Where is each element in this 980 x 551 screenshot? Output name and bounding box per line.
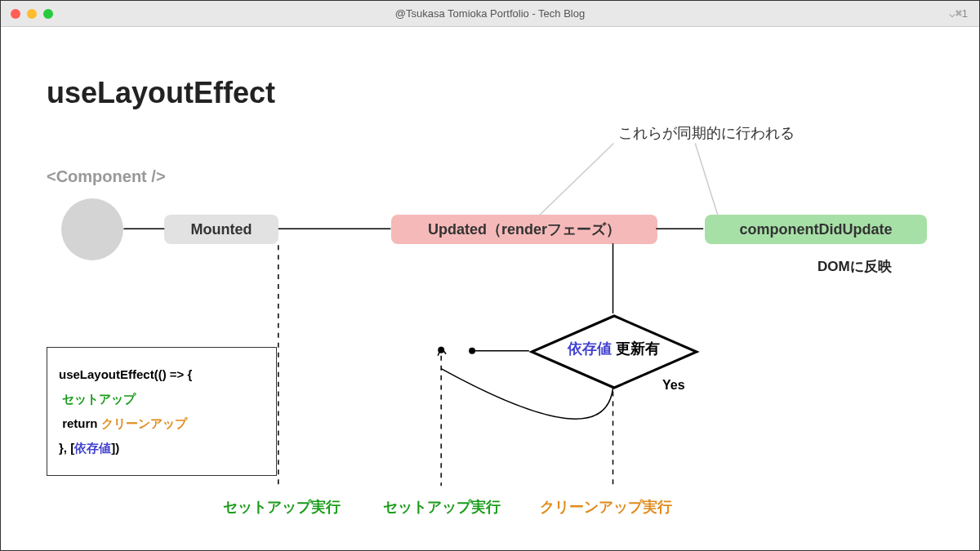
mounted-box: Mounted [164, 215, 278, 244]
sync-annotation: これらが同期的に行われる [618, 123, 795, 143]
page-title: useLayoutEffect [47, 76, 275, 110]
code-return: return [62, 416, 101, 430]
svg-line-4 [695, 144, 718, 216]
mounted-label: Mounted [191, 221, 252, 238]
window-shortcut: ⌵⌘1 [949, 7, 968, 20]
traffic-lights [1, 9, 53, 19]
window-title: @Tsukasa Tomioka Portfolio - Tech Blog [395, 7, 585, 20]
zoom-icon[interactable] [43, 9, 53, 19]
diamond-text: 依存値 更新有 [528, 339, 700, 358]
component-tag-label: <Component /> [47, 167, 166, 186]
window-titlebar: @Tsukasa Tomioka Portfolio - Tech Blog ⌵… [1, 1, 979, 27]
component-did-update-box: componentDidUpdate [705, 215, 927, 244]
code-dep: 依存値 [74, 441, 111, 455]
start-node [61, 198, 123, 260]
diamond-update: 更新有 [612, 340, 660, 357]
diamond-dep: 依存値 [568, 340, 612, 357]
close-icon[interactable] [11, 9, 20, 19]
code-close-a: }, [ [59, 441, 74, 455]
svg-point-5 [469, 348, 475, 354]
diagram-canvas: useLayoutEffect これらが同期的に行われる <Component … [1, 27, 979, 550]
code-setup: セットアップ [62, 392, 136, 406]
yes-label: Yes [662, 378, 685, 393]
footer-setup-1: セットアップ実行 [223, 497, 341, 517]
code-line-1: useLayoutEffect(() => { [59, 362, 265, 387]
footer-setup-2: セットアップ実行 [383, 497, 501, 517]
minimize-icon[interactable] [27, 9, 37, 19]
svg-point-6 [438, 347, 444, 353]
dom-reflect-label: DOMに反映 [817, 257, 892, 276]
updated-box: Updated（renderフェーズ） [391, 215, 657, 244]
svg-line-3 [539, 144, 614, 216]
updated-label: Updated（renderフェーズ） [428, 220, 621, 239]
footer-cleanup: クリーンアップ実行 [540, 497, 672, 517]
code-snippet-box: useLayoutEffect(() => { セットアップ return クリ… [47, 347, 277, 476]
code-line-3: return クリーンアップ [59, 411, 265, 436]
code-line-2: セットアップ [59, 387, 265, 411]
code-line-4: }, [依存値]) [59, 436, 265, 460]
code-close-b: ]) [111, 441, 119, 455]
component-did-update-label: componentDidUpdate [740, 221, 893, 238]
code-cleanup: クリーンアップ [101, 416, 187, 430]
window-frame: @Tsukasa Tomioka Portfolio - Tech Blog ⌵… [0, 0, 980, 551]
